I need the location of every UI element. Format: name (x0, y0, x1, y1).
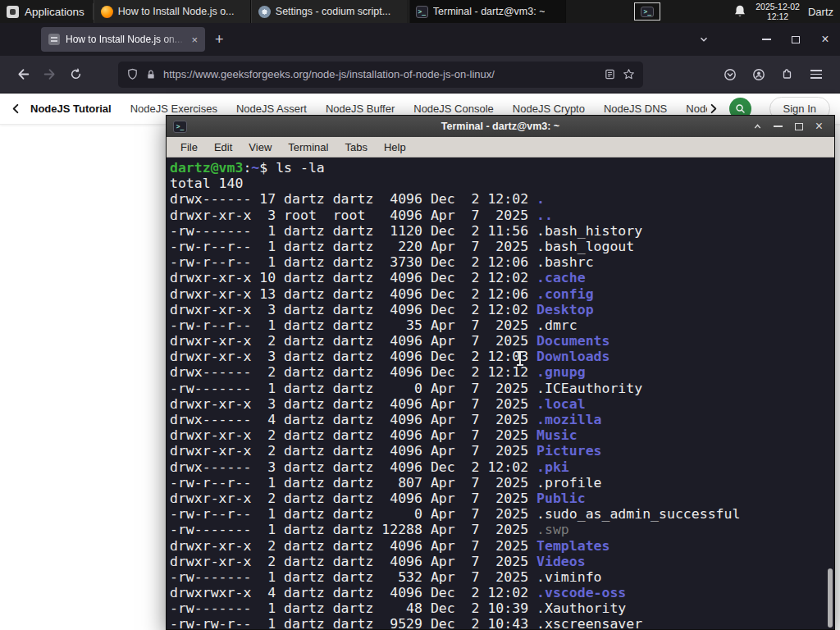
taskbar: How to Install Node.js o...Settings - co… (94, 0, 566, 23)
prompt-command: ls -la (276, 160, 325, 176)
site-nav-link[interactable]: NodeJS DNS (604, 103, 667, 115)
terminal-line: -rw-r--r-- 1 dartz dartz 35 Apr 7 2025 .… (170, 317, 834, 333)
applications-label: Applications (25, 6, 84, 18)
site-nav-link[interactable]: NodeJS Tutorial (30, 103, 112, 115)
pocket-icon[interactable] (715, 60, 744, 89)
terminal-menubar: FileEditViewTerminalTabsHelp (167, 137, 834, 158)
site-nav-link[interactable]: NodeJS Console (413, 103, 494, 115)
notification-bell-icon[interactable] (733, 4, 747, 19)
new-tab-button[interactable]: + (215, 32, 224, 47)
terminal-line: drwxr-xr-x 3 dartz dartz 4096 Dec 2 12:0… (170, 349, 834, 364)
tracking-shield-icon[interactable] (126, 68, 139, 80)
site-favicon (48, 34, 60, 45)
terminal-screen[interactable]: dartz@vm3:~$ ls -la total 140 drwx------… (167, 158, 834, 629)
window-minimize-button[interactable] (751, 23, 781, 56)
terminal-line: drwxr-xr-x 2 dartz dartz 4096 Apr 7 2025… (170, 538, 834, 554)
site-nav-link[interactable]: NodeJS Crypto (513, 103, 585, 115)
terminal-line: -rw-r--r-- 1 dartz dartz 220 Apr 7 2025 … (170, 239, 834, 254)
forward-button[interactable] (36, 62, 62, 88)
window-close-button[interactable]: × (810, 23, 840, 56)
terminal-line: drwx------ 2 dartz dartz 4096 Dec 2 12:1… (170, 364, 834, 380)
bookmark-star-icon[interactable] (623, 68, 635, 80)
system-tray: >_ 2025-12-02 12:12 Dartz (634, 0, 840, 23)
terminal-listing: drwx------ 17 dartz dartz 4096 Dec 2 12:… (170, 191, 834, 629)
browser-tab-bar: How to Install Node.js on... × + × (0, 23, 840, 56)
terminal-line: drwxr-xr-x 3 dartz dartz 4096 Apr 7 2025… (170, 396, 834, 412)
shade-window-button[interactable] (749, 118, 766, 135)
top-panel: Applications How to Install Node.js o...… (0, 0, 840, 23)
url-bar[interactable]: https://www.geeksforgeeks.org/node-js/in… (118, 62, 643, 88)
site-nav-link[interactable]: NodeJS Assert (236, 103, 307, 115)
clock-time: 12:12 (756, 11, 800, 22)
terminal-line: drwxr-xr-x 2 dartz dartz 4096 Apr 7 2025… (170, 427, 834, 443)
terminal-line: drwx------ 4 dartz dartz 4096 Apr 7 2025… (170, 412, 834, 427)
menu-icon[interactable] (801, 60, 830, 89)
terminal-icon: >_ (641, 7, 654, 17)
window-maximize-button[interactable] (781, 23, 810, 56)
menu-tabs[interactable]: Tabs (337, 139, 374, 155)
menu-edit[interactable]: Edit (207, 139, 240, 155)
mouse-cursor (519, 352, 521, 365)
terminal-minimize-button[interactable] (769, 118, 787, 135)
taskbar-button-label: Settings - codium script... (276, 6, 390, 17)
menu-file[interactable]: File (173, 139, 205, 155)
prompt-user-host: dartz@vm3 (170, 160, 243, 176)
url-text: https://www.geeksforgeeks.org/node-js/in… (163, 68, 597, 80)
prompt-colon: : (243, 160, 251, 176)
extensions-icon[interactable] (773, 60, 801, 89)
terminal-line: -rw------- 1 dartz dartz 532 Apr 7 2025 … (170, 569, 834, 585)
terminal-line: drwx------ 3 dartz dartz 4096 Dec 2 12:0… (170, 459, 834, 475)
browser-tab[interactable]: How to Install Node.js on... × (41, 27, 205, 52)
back-button[interactable] (10, 62, 36, 88)
prompt-path: ~ (251, 160, 259, 176)
tab-title: How to Install Node.js on... (66, 34, 185, 45)
browser-toolbar: https://www.geeksforgeeks.org/node-js/in… (0, 56, 840, 94)
toolbar-icons (715, 60, 830, 89)
applications-menu-button[interactable]: Applications (0, 0, 93, 23)
terminal-window: >_ Terminal - dartz@vm3: ~ × FileEditVie… (166, 115, 835, 630)
menu-terminal[interactable]: Terminal (281, 139, 336, 155)
site-nav-link[interactable]: NodeJS Buffer (326, 103, 395, 115)
terminal-titlebar[interactable]: >_ Terminal - dartz@vm3: ~ × (167, 116, 834, 137)
terminal-line: drwxrwxr-x 4 dartz dartz 4096 Dec 2 12:0… (170, 585, 834, 600)
tab-list-chevron-icon[interactable] (689, 23, 719, 56)
taskbar-button[interactable]: How to Install Node.js o... (94, 0, 251, 23)
menu-view[interactable]: View (241, 139, 279, 155)
taskbar-button-label: Terminal - dartz@vm3: ~ (433, 6, 546, 17)
taskbar-button[interactable]: >_Terminal - dartz@vm3: ~ (409, 0, 566, 23)
site-nav-items: NodeJS TutorialNodeJS ExercisesNodeJS As… (30, 103, 707, 115)
prompt-dollar: $ (259, 160, 276, 176)
menu-help[interactable]: Help (377, 139, 413, 155)
nav-scroll-left-icon[interactable] (10, 103, 22, 115)
terminal-line: drwxr-xr-x 13 dartz dartz 4096 Dec 2 12:… (170, 286, 834, 302)
terminal-line: drwxr-xr-x 2 dartz dartz 4096 Apr 7 2025… (170, 443, 834, 459)
reload-button[interactable] (62, 62, 89, 88)
desktop: Applications How to Install Node.js o...… (0, 0, 840, 630)
terminal-line: drwxr-xr-x 3 root root 4096 Apr 7 2025 .… (170, 208, 834, 223)
taskbar-button[interactable]: Settings - codium script... (251, 0, 409, 23)
site-nav-link[interactable]: Node (686, 103, 706, 115)
terminal-line: drwxr-xr-x 2 dartz dartz 4096 Apr 7 2025… (170, 554, 834, 569)
terminal-line: -rw-r--r-- 1 dartz dartz 0 Apr 7 2025 .s… (170, 506, 834, 522)
clock-date: 2025-12-02 (756, 2, 800, 12)
terminal-line: -rw-rw-r-- 1 dartz dartz 9529 Dec 2 10:4… (170, 616, 834, 629)
tray-terminal-button[interactable]: >_ (634, 2, 660, 21)
terminal-total-line: total 140 (170, 176, 834, 191)
lock-icon[interactable] (145, 69, 157, 80)
terminal-close-button[interactable]: × (810, 118, 828, 135)
terminal-line: -rw------- 1 dartz dartz 48 Dec 2 10:39 … (170, 600, 834, 616)
terminal-line: drwxr-xr-x 2 dartz dartz 4096 Apr 7 2025… (170, 333, 834, 349)
settings-icon (258, 6, 271, 18)
nav-scroll-right-icon[interactable] (707, 103, 719, 115)
tab-close-icon[interactable]: × (191, 34, 198, 45)
clock[interactable]: 2025-12-02 12:12 (756, 2, 800, 22)
terminal-icon: >_ (173, 121, 187, 133)
reader-view-icon[interactable] (604, 68, 616, 80)
account-icon[interactable] (744, 60, 773, 89)
site-nav-link[interactable]: NodeJS Exercises (130, 103, 217, 115)
panel-user-label: Dartz (808, 6, 835, 18)
terminal-line: drwxr-xr-x 3 dartz dartz 4096 Dec 2 12:0… (170, 302, 834, 317)
terminal-scrollbar-thumb[interactable] (828, 568, 833, 628)
terminal-line: -rw-r--r-- 1 dartz dartz 807 Apr 7 2025 … (170, 475, 834, 491)
terminal-maximize-button[interactable] (790, 118, 807, 135)
